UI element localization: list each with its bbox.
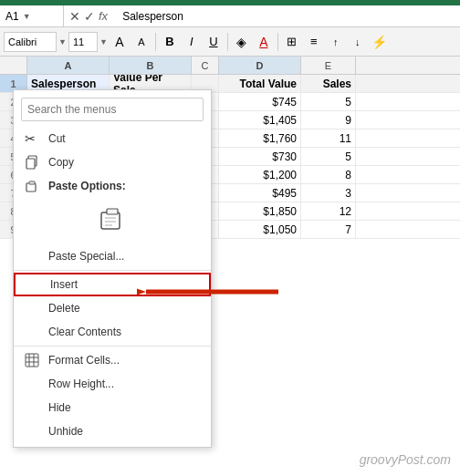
- cell-d2[interactable]: $745: [219, 93, 301, 110]
- font-color-button[interactable]: A: [254, 32, 274, 52]
- cell-e7[interactable]: 3: [301, 184, 356, 202]
- clear-contents-label: Clear Contents: [48, 326, 121, 338]
- col-header-d[interactable]: D: [219, 57, 301, 74]
- separator-3: [277, 33, 278, 51]
- menu-separator-1: [14, 270, 211, 271]
- menu-item-clear-contents[interactable]: Clear Contents: [14, 320, 211, 344]
- separator-2: [227, 33, 228, 51]
- cell-e6[interactable]: 8: [301, 166, 356, 183]
- hide-label: Hide: [48, 401, 71, 414]
- cancel-icon: ✕: [69, 9, 80, 24]
- highlight-button[interactable]: ⚡: [370, 32, 390, 52]
- fill-color-icon: ◈: [236, 35, 246, 49]
- paste-options-icon: [25, 179, 43, 193]
- column-headers: A B C D E: [0, 57, 460, 75]
- cut-label: Cut: [48, 132, 66, 145]
- menu-item-format-cells[interactable]: Format Cells...: [14, 348, 211, 372]
- menu-item-unhide[interactable]: Unhide: [14, 419, 211, 443]
- bold-button[interactable]: B: [160, 32, 180, 52]
- font-controls: ▼ ▼: [4, 32, 108, 52]
- menu-item-copy[interactable]: Copy: [14, 150, 211, 174]
- format-cells-icon: [25, 353, 43, 367]
- formula-bar-icons: ✕ ✓ fx: [64, 9, 117, 24]
- menu-item-paste-special[interactable]: Paste Special...: [14, 244, 211, 268]
- separator-1: [155, 33, 156, 51]
- copy-icon: [25, 155, 43, 170]
- formula-bar: A1 ▼ ✕ ✓ fx Salesperson: [0, 5, 460, 27]
- format-cells-label: Format Cells...: [48, 354, 120, 367]
- row-num-header: [0, 57, 27, 74]
- col-header-b[interactable]: B: [110, 57, 192, 74]
- menu-search-input[interactable]: [21, 98, 204, 121]
- cell-e3[interactable]: 9: [301, 111, 356, 129]
- fill-color-button[interactable]: ◈: [232, 32, 252, 52]
- cell-e2[interactable]: 5: [301, 93, 356, 110]
- underline-button[interactable]: U: [204, 32, 224, 52]
- formula-content[interactable]: Salesperson: [117, 10, 189, 23]
- insert-label: Insert: [50, 278, 78, 291]
- font-name-arrow: ▼: [58, 37, 67, 47]
- menu-item-insert[interactable]: Insert: [14, 273, 211, 296]
- toolbar: ▼ ▼ A A B I U ◈ A ⊞ ≡ ↑ ↓ ⚡: [0, 27, 460, 57]
- cell-d5[interactable]: $730: [219, 148, 301, 165]
- cell-d9[interactable]: $1,050: [219, 221, 301, 238]
- svg-rect-1: [26, 159, 35, 169]
- paste-options-label: Paste Options:: [48, 180, 126, 192]
- svg-rect-3: [29, 181, 35, 184]
- cell-d3[interactable]: $1,405: [219, 111, 301, 129]
- svg-rect-4: [101, 212, 120, 229]
- borders-button[interactable]: ⊞: [282, 32, 302, 52]
- menu-item-paste-options[interactable]: Paste Options:: [14, 174, 211, 198]
- cell-d8[interactable]: $1,850: [219, 202, 301, 220]
- increase-indent-btn[interactable]: ↑: [326, 32, 346, 52]
- cell-reference-box[interactable]: A1 ▼: [0, 5, 64, 26]
- menu-item-delete[interactable]: Delete: [14, 296, 211, 320]
- svg-rect-9: [26, 354, 38, 367]
- cell-e8[interactable]: 12: [301, 202, 356, 220]
- cell-ref-value: A1: [5, 10, 19, 23]
- align-button[interactable]: ≡: [304, 32, 324, 52]
- row-height-label: Row Height...: [48, 378, 114, 390]
- cell-d6[interactable]: $1,200: [219, 166, 301, 183]
- menu-item-row-height[interactable]: Row Height...: [14, 372, 211, 396]
- svg-rect-5: [107, 209, 118, 214]
- col-header-e[interactable]: E: [301, 57, 356, 74]
- cell-e9[interactable]: 7: [301, 221, 356, 238]
- confirm-icon: ✓: [84, 9, 95, 24]
- decrease-indent-btn[interactable]: ↓: [348, 32, 368, 52]
- unhide-label: Unhide: [48, 425, 83, 438]
- cell-e1[interactable]: Sales: [301, 75, 356, 92]
- context-menu: ✂ Cut Copy Paste Options:: [13, 89, 212, 448]
- font-name-input[interactable]: [4, 32, 57, 52]
- font-size-input[interactable]: [68, 32, 98, 52]
- cell-ref-arrow-icon: ▼: [23, 12, 31, 21]
- col-header-a[interactable]: A: [27, 57, 110, 74]
- cell-e4[interactable]: 11: [301, 129, 356, 147]
- paste-special-label: Paste Special...: [48, 250, 124, 263]
- menu-item-cut[interactable]: ✂ Cut: [14, 127, 211, 150]
- increase-font-btn[interactable]: A: [110, 32, 130, 52]
- cell-d1[interactable]: Total Value: [219, 75, 301, 92]
- fx-icon: fx: [99, 9, 108, 23]
- cell-d7[interactable]: $495: [219, 184, 301, 202]
- font-size-arrow: ▼: [99, 37, 108, 47]
- paste-big-icon: [98, 203, 127, 239]
- watermark-text: groovyPost.com: [360, 452, 451, 467]
- cut-icon: ✂: [25, 131, 43, 146]
- italic-button[interactable]: I: [182, 32, 202, 52]
- watermark: groovyPost.com: [360, 452, 451, 467]
- menu-separator-2: [14, 346, 211, 347]
- paste-icon-row[interactable]: [14, 198, 211, 244]
- col-header-c[interactable]: C: [192, 57, 219, 74]
- copy-label: Copy: [48, 156, 74, 169]
- cell-d4[interactable]: $1,760: [219, 129, 301, 147]
- delete-label: Delete: [48, 302, 80, 315]
- font-color-icon: A: [259, 35, 267, 49]
- menu-item-hide[interactable]: Hide: [14, 396, 211, 419]
- cell-e5[interactable]: 5: [301, 148, 356, 165]
- decrease-font-btn[interactable]: A: [131, 32, 152, 52]
